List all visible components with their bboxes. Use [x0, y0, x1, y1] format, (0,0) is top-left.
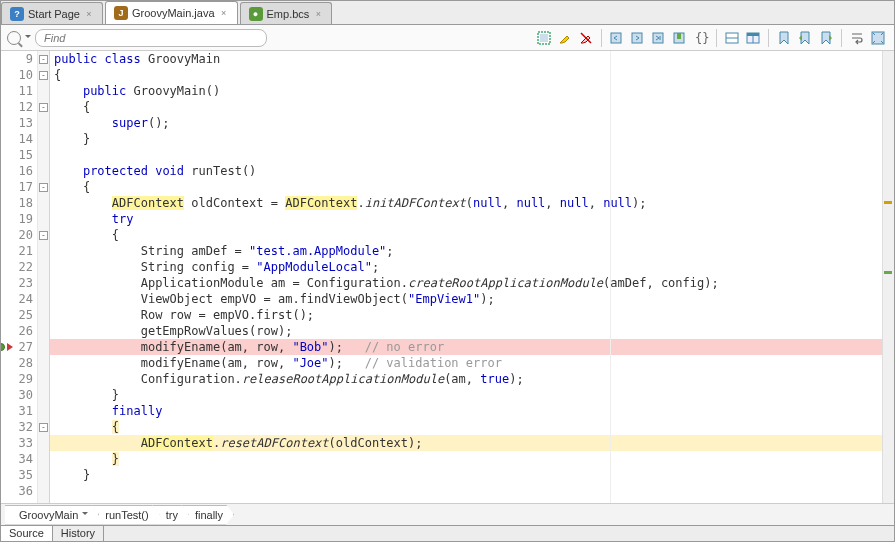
- line-number[interactable]: 27: [13, 339, 33, 355]
- code-line[interactable]: getEmpRowValues(row);: [50, 323, 894, 339]
- bookmark-toggle-button[interactable]: [670, 28, 690, 48]
- code-line[interactable]: ViewObject empVO = am.findViewObject("Em…: [50, 291, 894, 307]
- gutter-mark-row[interactable]: [1, 371, 13, 387]
- code-line[interactable]: Row row = empVO.first();: [50, 307, 894, 323]
- scroll-mark-breakpoint[interactable]: [884, 271, 892, 274]
- gutter-mark-row[interactable]: [1, 483, 13, 499]
- code-line[interactable]: super();: [50, 115, 894, 131]
- gutter-mark-row[interactable]: [1, 227, 13, 243]
- line-number[interactable]: 23: [13, 275, 33, 291]
- gutter-mark-row[interactable]: [1, 211, 13, 227]
- line-number[interactable]: 24: [13, 291, 33, 307]
- close-icon[interactable]: ×: [219, 8, 229, 18]
- code-line[interactable]: String config = "AppModuleLocal";: [50, 259, 894, 275]
- line-number[interactable]: 35: [13, 467, 33, 483]
- line-number[interactable]: 33: [13, 435, 33, 451]
- gutter-mark-row[interactable]: [1, 243, 13, 259]
- block-select-button[interactable]: [534, 28, 554, 48]
- code-line[interactable]: }: [50, 131, 894, 147]
- bookmark-button[interactable]: [774, 28, 794, 48]
- gutter-mark-row[interactable]: [1, 403, 13, 419]
- code-line[interactable]: protected void runTest(): [50, 163, 894, 179]
- bm-next-button[interactable]: [816, 28, 836, 48]
- fullscreen-button[interactable]: [868, 28, 888, 48]
- line-wrap-button[interactable]: [847, 28, 867, 48]
- code-line[interactable]: modifyEname(am, row, "Bob"); // no error: [50, 339, 894, 355]
- gutter-mark-row[interactable]: [1, 195, 13, 211]
- fold-toggle[interactable]: -: [39, 55, 48, 64]
- line-number[interactable]: 20: [13, 227, 33, 243]
- clear-highlight-button[interactable]: [576, 28, 596, 48]
- code-line[interactable]: String amDef = "test.am.AppModule";: [50, 243, 894, 259]
- line-number[interactable]: 13: [13, 115, 33, 131]
- bm-prev-button[interactable]: [795, 28, 815, 48]
- nav-last-button[interactable]: [649, 28, 669, 48]
- line-number[interactable]: 17: [13, 179, 33, 195]
- gutter-mark-row[interactable]: [1, 467, 13, 483]
- code-line[interactable]: public GroovyMain(): [50, 83, 894, 99]
- line-number[interactable]: 30: [13, 387, 33, 403]
- line-number[interactable]: 11: [13, 83, 33, 99]
- gutter-mark-row[interactable]: [1, 355, 13, 371]
- code-line[interactable]: modifyEname(am, row, "Joe"); // validati…: [50, 355, 894, 371]
- code-line[interactable]: [50, 483, 894, 499]
- gutter-mark-row[interactable]: [1, 435, 13, 451]
- split-h-button[interactable]: [722, 28, 742, 48]
- gutter-mark-row[interactable]: [1, 307, 13, 323]
- breadcrumb-runtest-[interactable]: runTest(): [91, 505, 159, 525]
- chevron-down-icon[interactable]: [82, 512, 88, 518]
- gutter-mark-row[interactable]: [1, 419, 13, 435]
- gutter-mark-row[interactable]: [1, 387, 13, 403]
- bottom-tab-history[interactable]: History: [53, 526, 104, 542]
- code-line[interactable]: {: [50, 179, 894, 195]
- code-line[interactable]: }: [50, 467, 894, 483]
- bottom-tab-source[interactable]: Source: [1, 526, 53, 542]
- gutter-mark-row[interactable]: [1, 259, 13, 275]
- gutter-mark-row[interactable]: [1, 291, 13, 307]
- code-line[interactable]: }: [50, 387, 894, 403]
- gutter-mark-row[interactable]: [1, 115, 13, 131]
- highlight-button[interactable]: [555, 28, 575, 48]
- code-line[interactable]: try: [50, 211, 894, 227]
- code-line[interactable]: Configuration.releaseRootApplicationModu…: [50, 371, 894, 387]
- code-line[interactable]: {: [50, 227, 894, 243]
- gutter-mark-row[interactable]: [1, 83, 13, 99]
- code-line[interactable]: ADFContext oldContext = ADFContext.initA…: [50, 195, 894, 211]
- code-line[interactable]: }: [50, 451, 894, 467]
- code-line[interactable]: public class GroovyMain: [50, 51, 894, 67]
- line-number[interactable]: 14: [13, 131, 33, 147]
- code-area[interactable]: public class GroovyMain{ public GroovyMa…: [50, 51, 894, 503]
- close-icon[interactable]: ×: [313, 9, 323, 19]
- code-line[interactable]: {: [50, 67, 894, 83]
- line-number[interactable]: 31: [13, 403, 33, 419]
- scroll-mark-warning[interactable]: [884, 201, 892, 204]
- line-number[interactable]: 34: [13, 451, 33, 467]
- tab-emp-bcs[interactable]: ●Emp.bcs×: [240, 2, 333, 24]
- line-number[interactable]: 36: [13, 483, 33, 499]
- close-icon[interactable]: ×: [84, 9, 94, 19]
- line-number[interactable]: 32: [13, 419, 33, 435]
- braces-button[interactable]: {}: [691, 28, 711, 48]
- line-number[interactable]: 26: [13, 323, 33, 339]
- gutter-mark-row[interactable]: [1, 99, 13, 115]
- gutter-mark-row[interactable]: [1, 147, 13, 163]
- gutter-mark-row[interactable]: [1, 275, 13, 291]
- line-number[interactable]: 9: [13, 51, 33, 67]
- code-line[interactable]: {: [50, 99, 894, 115]
- gutter-mark-row[interactable]: [1, 339, 13, 355]
- gutter-mark-row[interactable]: [1, 323, 13, 339]
- breadcrumb-groovymain[interactable]: GroovyMain: [5, 505, 99, 525]
- fold-toggle[interactable]: -: [39, 423, 48, 432]
- gutter-mark-row[interactable]: [1, 163, 13, 179]
- code-line[interactable]: ApplicationModule am = Configuration.cre…: [50, 275, 894, 291]
- tab-start-page[interactable]: ?Start Page×: [1, 2, 103, 24]
- fold-toggle[interactable]: -: [39, 71, 48, 80]
- line-number[interactable]: 19: [13, 211, 33, 227]
- line-number[interactable]: 15: [13, 147, 33, 163]
- split-v-button[interactable]: [743, 28, 763, 48]
- code-line[interactable]: ADFContext.resetADFContext(oldContext);: [50, 435, 894, 451]
- code-line[interactable]: finally: [50, 403, 894, 419]
- line-number[interactable]: 28: [13, 355, 33, 371]
- line-number[interactable]: 21: [13, 243, 33, 259]
- nav-forward-button[interactable]: [628, 28, 648, 48]
